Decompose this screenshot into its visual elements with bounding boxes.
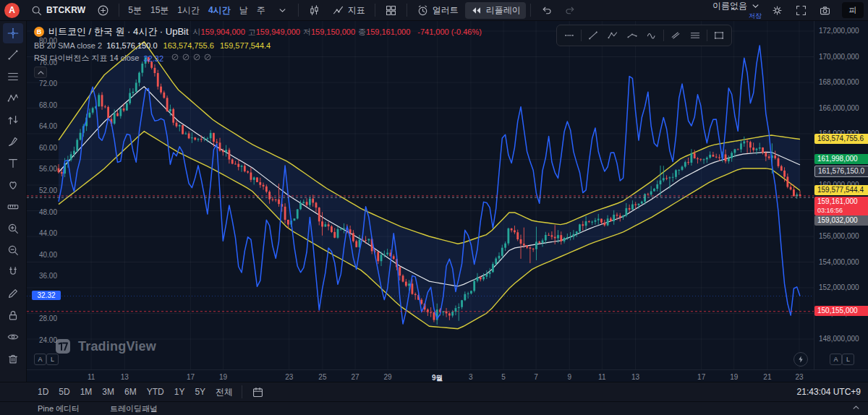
left-auto-scale-button[interactable]: A (34, 354, 46, 365)
emoji-tool[interactable] (3, 175, 23, 195)
toolbar-divider (407, 4, 407, 17)
chart-area[interactable]: 80.0076.0072.0068.0064.0060.0056.0052.00… (27, 21, 868, 382)
toolbar-divider (375, 4, 375, 17)
redo-button[interactable] (559, 2, 582, 19)
parallel-channel-tool[interactable] (666, 27, 685, 44)
right-auto-scale-button[interactable]: A (830, 354, 842, 365)
pitchfork-tool[interactable] (623, 27, 642, 44)
hide-drawings-tool[interactable] (3, 327, 23, 347)
trendline-tool[interactable] (3, 45, 23, 65)
wave-tool[interactable] (642, 27, 661, 44)
save-layout-button[interactable]: 저장 (749, 12, 762, 20)
no-entry-icon[interactable] (182, 53, 190, 64)
fib-levels-tool[interactable] (686, 27, 705, 44)
interval-5분[interactable]: 5분 (124, 2, 146, 19)
lock-icon (7, 309, 20, 322)
no-entry-icon[interactable] (171, 53, 179, 64)
undo-button[interactable] (535, 2, 558, 19)
right-log-scale-button[interactable]: L (842, 354, 854, 365)
levels-icon (689, 30, 701, 41)
no-entry-icon[interactable] (192, 53, 201, 64)
pattern-icon (7, 92, 20, 105)
range-전체[interactable]: 전체 (211, 385, 237, 400)
zoomout-icon (7, 244, 20, 257)
clock-label[interactable]: 21:43:04 UTC+9 (797, 387, 861, 397)
text-tool[interactable] (3, 153, 23, 174)
magnet-tool[interactable] (3, 262, 23, 282)
fullscreen-button[interactable] (790, 2, 812, 19)
price-tick-label: 172,000,000 (819, 27, 859, 35)
price-scale[interactable]: 172,000,000170,000,000168,000,000166,000… (814, 21, 868, 369)
pine-editor-tab[interactable]: Pine 에디터 (38, 403, 80, 415)
remove-drawings-tool[interactable] (3, 348, 23, 369)
range-YTD[interactable]: YTD (142, 385, 169, 400)
toolbar-divider (530, 4, 531, 17)
zoom-out-tool[interactable] (3, 240, 23, 260)
interval-주[interactable]: 주 (252, 2, 270, 19)
interval-4시간[interactable]: 4시간 (204, 2, 235, 19)
left-log-scale-button[interactable]: L (46, 354, 59, 365)
alert-button[interactable]: 얼러트 (412, 2, 464, 19)
price-tick-label: 170,000,000 (819, 53, 859, 61)
range-3M[interactable]: 3M (98, 385, 119, 400)
indicators-button[interactable]: 지표 (327, 2, 370, 19)
goto-date-button[interactable] (247, 384, 269, 401)
rsi-tick-label: 36.00 (33, 272, 57, 280)
publish-button[interactable]: 피 (842, 2, 864, 18)
price-tick-label: 148,000,000 (819, 335, 859, 343)
zoom-in-tool[interactable] (3, 218, 23, 239)
interval-1시간[interactable]: 1시간 (173, 2, 204, 19)
polyline-tool[interactable] (603, 27, 622, 44)
interval-dropdown-button[interactable] (271, 2, 294, 19)
measure-tool[interactable] (3, 197, 23, 217)
range-1Y[interactable]: 1Y (170, 385, 190, 400)
ohlc-value: 159,161,000 (366, 27, 410, 36)
rectangle-tool[interactable] (710, 27, 728, 44)
bb-indicator-label[interactable]: BB 20 SMA close 2 (34, 41, 102, 50)
account-avatar[interactable]: A (4, 3, 20, 18)
pattern-tool[interactable] (3, 88, 23, 108)
add-symbol-button[interactable] (92, 2, 114, 19)
range-1D[interactable]: 1D (33, 385, 53, 400)
layout-name-menu[interactable]: 이름없음 저장 (712, 0, 762, 20)
undo-icon (540, 4, 553, 17)
toolbar-divider (119, 4, 119, 17)
no-entry-icon[interactable] (203, 53, 212, 64)
drawing-mode-tool[interactable] (3, 283, 23, 304)
rsi-indicator-label[interactable]: RSI 다이버전스 지표 14 close (34, 53, 139, 64)
toolbar-divider (581, 30, 582, 41)
settings-button[interactable] (766, 2, 788, 19)
pencil-icon (7, 287, 20, 300)
chart-type-button[interactable] (303, 2, 326, 19)
fib-icon (7, 70, 20, 83)
lightning-icon[interactable] (793, 352, 808, 367)
time-scale[interactable]: 11131719232527299월3579111317192123 (27, 369, 868, 382)
lock-drawings-tool[interactable] (3, 305, 23, 325)
crosshair-tool[interactable] (3, 23, 23, 43)
symbol-title[interactable]: 비트코인 / 한국 원 · 4시간 · UpBit (48, 25, 189, 38)
bitcoin-icon: B (34, 27, 44, 37)
indicator-icon (332, 4, 344, 17)
symbol-search-button[interactable]: BTCKRW (25, 2, 90, 19)
range-6M[interactable]: 6M (120, 385, 141, 400)
interval-날[interactable]: 날 (235, 2, 252, 19)
snapshot-button[interactable] (814, 2, 836, 19)
price-axis-label: 159,032,000 (814, 215, 868, 226)
time-tick-label: 21 (757, 373, 778, 381)
measure-line-tool[interactable] (560, 27, 579, 44)
long-short-position-tool[interactable] (3, 110, 23, 130)
range-1M[interactable]: 1M (76, 385, 97, 400)
layout-grid-button[interactable] (380, 2, 402, 19)
fib-retracement-tool[interactable] (3, 67, 23, 87)
toolbar-divider (242, 385, 242, 398)
trend-line-tool[interactable] (584, 27, 603, 44)
range-5Y[interactable]: 5Y (190, 385, 210, 400)
legend-collapse-button[interactable] (34, 67, 47, 78)
panel-expand-button[interactable] (849, 403, 862, 412)
replay-button[interactable]: 리플레이 (465, 2, 526, 19)
interval-15분[interactable]: 15분 (146, 2, 173, 19)
brush-tool[interactable] (3, 132, 23, 152)
range-5D[interactable]: 5D (54, 385, 74, 400)
trading-panel-tab[interactable]: 트레이딩패널 (110, 403, 158, 415)
rsi-tick-label: 56.00 (33, 165, 57, 173)
